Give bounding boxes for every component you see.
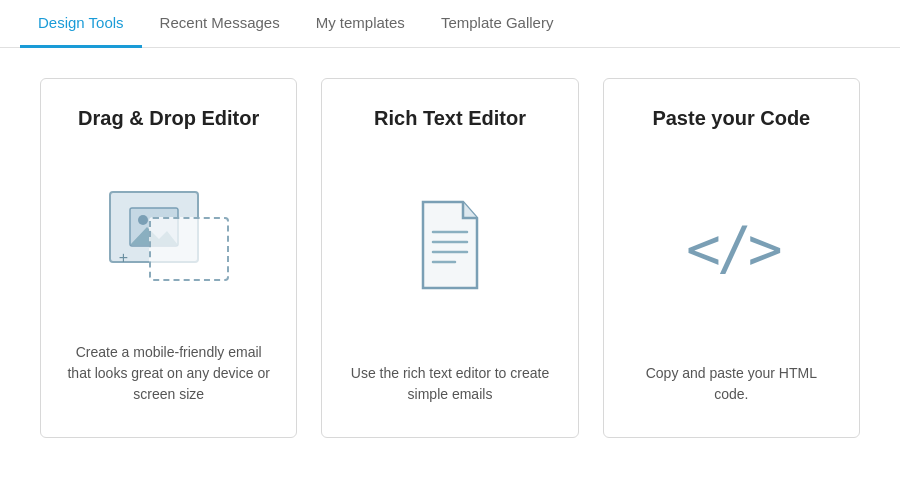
tab-recent-messages[interactable]: Recent Messages: [142, 0, 298, 48]
card-title: Drag & Drop Editor: [78, 107, 259, 130]
rich-text-icon: [415, 200, 485, 294]
card-title: Paste your Code: [652, 107, 810, 130]
card-paste-code[interactable]: Paste your Code </> Copy and paste your …: [603, 78, 860, 438]
card-icon-area: [415, 150, 485, 343]
drag-drop-icon: +: [109, 191, 229, 281]
tab-template-gallery[interactable]: Template Gallery: [423, 0, 572, 48]
tab-design-tools[interactable]: Design Tools: [20, 0, 142, 48]
card-rich-text[interactable]: Rich Text Editor Use the rich text edito…: [321, 78, 578, 438]
plus-icon: +: [119, 249, 128, 267]
document-svg: [415, 200, 485, 290]
card-description: Use the rich text editor to create simpl…: [346, 363, 553, 405]
card-description: Create a mobile-friendly email that look…: [65, 342, 272, 405]
svg-point-1: [138, 215, 148, 225]
code-svg: </>: [681, 207, 781, 287]
card-drag-drop[interactable]: Drag & Drop Editor + Create a mobile-fri…: [40, 78, 297, 438]
card-description: Copy and paste your HTML code.: [628, 363, 835, 405]
card-icon-area: +: [109, 150, 229, 322]
code-icon: </>: [681, 207, 781, 287]
dashed-box: [149, 217, 229, 281]
card-icon-area: </>: [681, 150, 781, 343]
svg-text:</>: </>: [686, 215, 781, 283]
main-content: Drag & Drop Editor + Create a mobile-fri…: [0, 48, 900, 468]
card-title: Rich Text Editor: [374, 107, 526, 130]
tab-my-templates[interactable]: My templates: [298, 0, 423, 48]
tabs-container: Design Tools Recent Messages My template…: [0, 0, 900, 48]
